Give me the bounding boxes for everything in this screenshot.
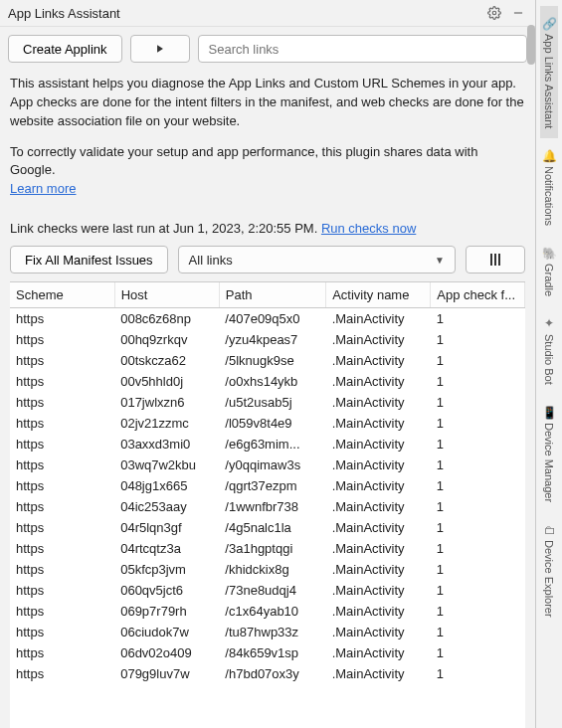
table-row[interactable]: https079g9luv7w/h7bd07ox3y.MainActivity1 [10,663,525,684]
cell-check: 1 [431,663,525,684]
table-row[interactable]: https04ic253aay/1wwnfbr738.MainActivity1 [10,496,525,517]
chevron-down-icon: ▼ [435,255,445,266]
fix-manifest-button[interactable]: Fix All Manifest Issues [10,246,168,273]
cell-host: 00tskcza62 [114,350,219,371]
cell-path: /73ne8udqj4 [219,580,325,601]
links-table: Scheme Host Path Activity name App check… [10,281,525,728]
table-row[interactable]: https06ciudok7w/tu87hwp33z.MainActivity1 [10,622,525,642]
table-row[interactable]: https03wq7w2kbu/y0qqimaw3s.MainActivity1 [10,455,525,475]
sidebar-item-device-explorer[interactable]: 🗀 Device Explorer [540,512,558,628]
cell-activity: .MainActivity [326,434,431,455]
cell-scheme: https [10,538,114,559]
table-row[interactable]: https05kfcp3jvm/khidckix8g.MainActivity1 [10,559,525,580]
cell-check: 1 [431,559,525,580]
table-row[interactable]: https008c6z68np/407e09q5x0.MainActivity1 [10,308,525,330]
create-applink-button[interactable]: Create Applink [8,35,122,63]
cell-check: 1 [431,329,525,350]
search-input[interactable] [198,35,527,63]
link-icon: 🔗 [542,16,556,30]
sidebar-item-gradle[interactable]: 🐘 Gradle [540,236,558,306]
table-row[interactable]: https03axxd3mi0/e6g63mim....MainActivity… [10,434,525,455]
scrollbar[interactable] [527,25,535,65]
table-row[interactable]: https017jwlxzn6/u5t2usab5j.MainActivity1 [10,392,525,413]
main-panel: App Links Assistant Create Applink This … [0,0,536,728]
cell-host: 06dv02o409 [114,642,219,663]
title-bar: App Links Assistant [0,0,535,27]
cell-scheme: https [10,413,114,434]
learn-more-link[interactable]: Learn more [10,181,76,196]
window-title: App Links Assistant [8,6,479,21]
filter-select[interactable]: All links ▼ [178,246,456,273]
cell-activity: .MainActivity [326,517,431,538]
cell-scheme: https [10,496,114,517]
cell-activity: .MainActivity [326,559,431,580]
cell-host: 03axxd3mi0 [114,434,219,455]
sidebar-item-studio-bot[interactable]: ✦ Studio Bot [540,306,558,395]
col-check[interactable]: App check f... [431,282,525,308]
run-checks-link[interactable]: Run checks now [321,221,416,236]
cell-activity: .MainActivity [326,601,431,622]
cell-path: /5lknugk9se [219,350,325,371]
side-toolbar: 🔗 App Links Assistant 🔔 Notifications 🐘 … [536,0,562,728]
cell-check: 1 [431,392,525,413]
cell-activity: .MainActivity [326,455,431,475]
cell-scheme: https [10,580,114,601]
table-row[interactable]: https00v5hhld0j/o0xhs14ykb.MainActivity1 [10,371,525,392]
cell-path: /84k659v1sp [219,642,325,663]
cell-host: 008c6z68np [114,308,219,330]
cell-scheme: https [10,642,114,663]
col-activity[interactable]: Activity name [326,282,431,308]
table-row[interactable]: https00hq9zrkqv/yzu4kpeas7.MainActivity1 [10,329,525,350]
table-row[interactable]: https060qv5jct6/73ne8udqj4.MainActivity1 [10,580,525,601]
cell-scheme: https [10,517,114,538]
table-row[interactable]: https069p7r79rh/c1x64yab10.MainActivity1 [10,601,525,622]
svg-marker-2 [157,45,163,53]
bot-icon: ✦ [542,316,556,330]
cell-path: /1wwnfbr738 [219,496,325,517]
table-row[interactable]: https048jg1x665/qgrt37ezpm.MainActivity1 [10,475,525,496]
col-scheme[interactable]: Scheme [10,282,114,308]
cell-path: /407e09q5x0 [219,308,325,330]
cell-scheme: https [10,308,114,330]
bell-icon: 🔔 [542,148,556,162]
cell-scheme: https [10,622,114,642]
cell-path: /4g5nalc1la [219,517,325,538]
gear-icon[interactable] [485,4,503,22]
cell-activity: .MainActivity [326,580,431,601]
cell-path: /qgrt37ezpm [219,475,325,496]
cell-path: /e6g63mim... [219,434,325,455]
cell-scheme: https [10,434,114,455]
table-row[interactable]: https04r5lqn3gf/4g5nalc1la.MainActivity1 [10,517,525,538]
table-row[interactable]: https02jv21zzmc/l059v8t4e9.MainActivity1 [10,413,525,434]
cell-scheme: https [10,559,114,580]
status-row: Link checks were last run at Jun 1, 2023… [0,221,535,246]
cell-host: 060qv5jct6 [114,580,219,601]
col-path[interactable]: Path [219,282,325,308]
cell-activity: .MainActivity [326,329,431,350]
gradle-icon: 🐘 [542,246,556,260]
table-row[interactable]: https00tskcza62/5lknugk9se.MainActivity1 [10,350,525,371]
columns-button[interactable] [466,246,525,273]
cell-path: /khidckix8g [219,559,325,580]
cell-path: /yzu4kpeas7 [219,329,325,350]
cell-host: 079g9luv7w [114,663,219,684]
sidebar-item-device-manager[interactable]: 📱 Device Manager [540,395,558,512]
cell-check: 1 [431,601,525,622]
table-header-row: Scheme Host Path Activity name App check… [10,282,525,308]
table-row[interactable]: https06dv02o409/84k659v1sp.MainActivity1 [10,642,525,663]
run-button[interactable] [130,35,190,63]
cell-host: 00v5hhld0j [114,371,219,392]
minimize-icon[interactable] [509,4,527,22]
cell-check: 1 [431,371,525,392]
table-row[interactable]: https04rtcqtz3a/3a1hgptqgi.MainActivity1 [10,538,525,559]
cell-check: 1 [431,350,525,371]
col-host[interactable]: Host [114,282,219,308]
sidebar-item-notifications[interactable]: 🔔 Notifications [540,138,558,236]
sidebar-item-app-links[interactable]: 🔗 App Links Assistant [540,6,558,138]
cell-path: /u5t2usab5j [219,392,325,413]
cell-check: 1 [431,475,525,496]
status-text: Link checks were last run at Jun 1, 2023… [10,221,321,236]
controls-row: Fix All Manifest Issues All links ▼ [0,246,535,281]
cell-activity: .MainActivity [326,413,431,434]
cell-activity: .MainActivity [326,538,431,559]
